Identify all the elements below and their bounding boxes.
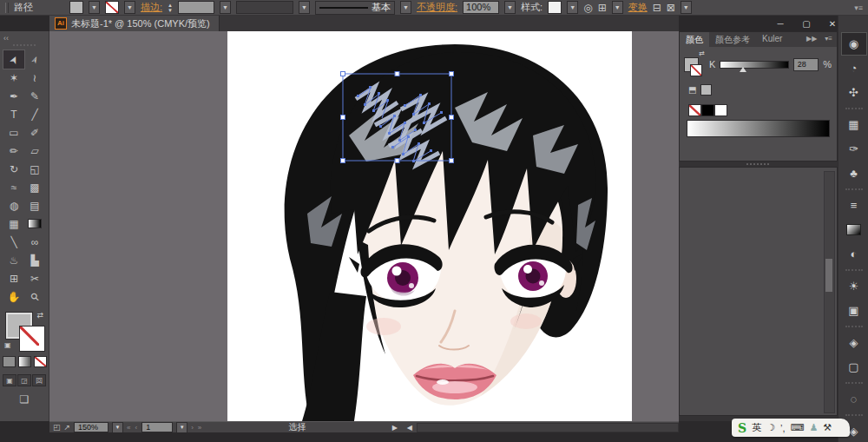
dock-navigator[interactable]: ◌ [842, 388, 866, 410]
panel-scrollbar[interactable] [824, 171, 835, 413]
gradient-tool[interactable] [24, 214, 45, 233]
panel-stroke-swatch[interactable] [691, 65, 701, 76]
paintbrush-tool[interactable]: ✐ [24, 123, 45, 142]
blend-tool[interactable]: ∞ [24, 233, 45, 251]
type-tool[interactable]: T [3, 105, 24, 123]
k-slider-thumb[interactable] [740, 67, 746, 72]
toolbar-collapse-icon[interactable]: ‹‹ [0, 31, 49, 43]
black-swatch[interactable] [701, 104, 714, 116]
k-value-field[interactable]: 28 [793, 58, 819, 71]
maximize-button[interactable]: ▢ [793, 16, 819, 30]
more-options-dropdown[interactable]: ▼ [681, 1, 692, 14]
pen-tool[interactable]: ✒ [3, 87, 24, 105]
selection-tool[interactable]: ➤ [3, 50, 24, 69]
panel-menu-icon[interactable]: ▾≡ [820, 32, 837, 47]
hand-tool[interactable]: ✋ [3, 287, 24, 306]
prev-artboard-button[interactable]: ‹ [135, 424, 139, 432]
dock-artboards[interactable]: ▢ [842, 356, 866, 378]
scale-tool[interactable]: ◱ [24, 160, 45, 178]
brush-definition-dropdown[interactable]: ▼ [400, 1, 411, 14]
stroke-color-dropdown[interactable]: ▼ [124, 1, 135, 14]
horizontal-scrollbar[interactable] [417, 423, 679, 432]
minimize-button[interactable]: ─ [767, 16, 793, 30]
fill-color-dropdown[interactable]: ▼ [89, 1, 100, 14]
zoom-level-dropdown[interactable]: ▼ [112, 422, 123, 433]
fill-color-swatch[interactable] [69, 1, 83, 14]
rotate-tool[interactable]: ↻ [3, 160, 24, 178]
grayscale-spectrum-ramp[interactable] [687, 120, 830, 137]
stroke-weight-field[interactable] [178, 1, 214, 14]
dock-color-guide[interactable]: ◔ [842, 57, 866, 79]
draw-inside-button[interactable]: 回 [32, 374, 46, 386]
stroke-weight-stepper[interactable]: ▲▼ [168, 3, 173, 13]
screen-mode-button[interactable]: ❏ [16, 393, 32, 406]
white-swatch[interactable] [714, 104, 727, 116]
eyedropper-tool[interactable]: ╲ [3, 233, 24, 251]
dock-symbols[interactable]: ♣ [842, 162, 866, 184]
document-tab[interactable]: Ai 未标题-1* @ 150% (CMYK/预览) [49, 16, 220, 31]
toolbar-grip[interactable] [13, 44, 36, 49]
ime-punctuation-icon[interactable]: ’, [780, 423, 786, 433]
ime-logo-icon[interactable]: S [738, 421, 746, 435]
align-dropdown[interactable]: ▼ [612, 1, 623, 14]
draw-normal-button[interactable]: ▣ [3, 374, 16, 386]
zoom-level-field[interactable]: 150% [74, 422, 108, 432]
control-bar-menu-icon[interactable]: ▾≡ [854, 3, 863, 12]
dock-transparency[interactable]: ◐ [842, 243, 866, 265]
style-swatch[interactable] [548, 1, 562, 14]
width-profile-field[interactable] [236, 1, 293, 14]
dock-color-panel[interactable]: ◉ [842, 33, 866, 55]
dock-gradient[interactable] [842, 219, 866, 241]
dock-swatches[interactable]: ▦ [842, 114, 866, 135]
hscroll-left-arrow[interactable]: ◀ [407, 424, 413, 432]
lasso-tool[interactable]: ≀ [24, 69, 45, 87]
panel-scrollbar-thumb[interactable] [825, 259, 832, 292]
status-bar-expand-icon[interactable]: ▶ [392, 424, 398, 432]
gradient-mode-button[interactable] [18, 356, 31, 367]
column-graph-tool[interactable]: ▙ [24, 251, 45, 269]
direct-selection-tool[interactable]: ➢ [24, 50, 45, 69]
width-tool[interactable]: ≈ [3, 178, 24, 196]
free-transform-tool[interactable]: ▩ [24, 178, 45, 196]
recolor-artwork-icon[interactable]: ◎ [583, 2, 592, 14]
slice-tool[interactable]: ✂ [24, 269, 45, 287]
anchor-point-tool[interactable]: ✎ [24, 87, 45, 105]
out-of-gamut-icon[interactable]: ⬒ [688, 85, 696, 95]
width-profile-dropdown[interactable]: ▼ [299, 1, 310, 14]
shape-builder-tool[interactable]: ◍ [3, 196, 24, 214]
mesh-tool[interactable]: ▦ [3, 214, 24, 233]
shape-mode-icon-1[interactable]: ⊟ [653, 2, 661, 14]
dock-graphic-styles[interactable]: ▣ [842, 300, 866, 321]
artboard-number-dropdown[interactable]: ▼ [176, 422, 187, 433]
tab-color[interactable]: 颜色 [680, 32, 709, 47]
ime-settings-wrench-icon[interactable]: ⚒ [823, 422, 832, 433]
none-mode-button[interactable] [34, 356, 47, 367]
dock-layers[interactable]: ◈ [842, 332, 866, 353]
zoom-tool[interactable]: ⚲ [24, 287, 45, 306]
none-swatch[interactable] [688, 104, 701, 116]
artboard-nav-icon[interactable]: ◰ [53, 423, 61, 432]
dock-appearance[interactable]: ☀ [842, 275, 866, 297]
panel-fill-stroke-proxy[interactable]: ⇄ [685, 51, 705, 77]
align-icon[interactable]: ⊞ [598, 2, 607, 14]
perspective-grid-tool[interactable]: ▤ [24, 196, 45, 214]
first-artboard-button[interactable]: « [127, 424, 131, 432]
style-dropdown[interactable]: ▼ [567, 1, 578, 14]
tab-kuler[interactable]: Kuler [756, 32, 788, 47]
artboard-number-field[interactable]: 1 [141, 422, 173, 432]
line-segment-tool[interactable]: ╱ [24, 105, 45, 123]
artboard-tool[interactable]: ⊞ [3, 269, 24, 287]
stroke-color-swatch[interactable] [105, 1, 119, 14]
shape-mode-icon-2[interactable]: ⊠ [667, 2, 675, 14]
panel-swap-icon[interactable]: ⇄ [699, 49, 705, 57]
swap-fill-stroke-icon[interactable]: ⇄ [36, 311, 43, 320]
eraser-tool[interactable]: ▱ [24, 142, 45, 160]
ime-fullhalf-icon[interactable]: ☽ [766, 422, 775, 433]
symbol-sprayer-tool[interactable]: ♨ [3, 251, 24, 269]
tab-color-guide[interactable]: 颜色参考 [709, 32, 756, 47]
color-mode-button[interactable] [3, 356, 16, 367]
toolbar-stroke-swatch[interactable] [20, 327, 44, 351]
canvas-area[interactable] [49, 31, 679, 421]
opacity-dropdown[interactable]: ▼ [504, 1, 516, 14]
brush-definition[interactable]: 基本 [315, 1, 395, 15]
